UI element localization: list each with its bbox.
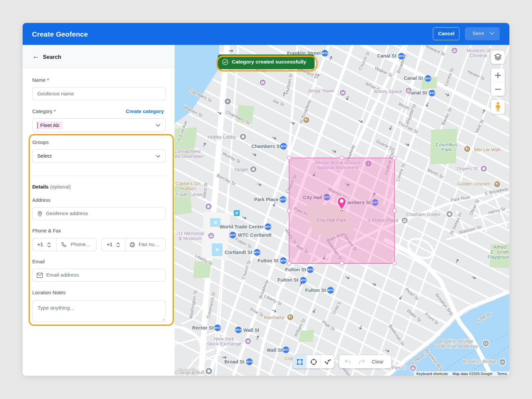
svg-text:MTA: MTA [281,145,287,148]
svg-text:MTA: MTA [307,268,313,271]
svg-text:Chinese: Chinese [469,53,487,58]
svg-text:Columbus: Columbus [436,142,457,147]
svg-text:MTA: MTA [254,251,260,254]
svg-text:Trade Center: Trade Center [176,192,204,197]
svg-text:MTA: MTA [429,91,435,95]
svg-text:MTA: MTA [280,198,286,201]
svg-text:Pier 17: Pier 17 [392,365,407,370]
svg-text:MTA: MTA [283,348,289,351]
svg-text:P: P [235,211,238,216]
svg-text:Cro: Cro [285,356,292,361]
svg-text:MTA: MTA [265,225,271,228]
svg-text:Fulton St: Fulton St [305,288,326,293]
svg-text:MTA: MTA [322,52,328,55]
svg-text:World Trade Center: World Trade Center [219,224,264,229]
svg-text:Park: Park [442,147,452,152]
svg-text:Stock Exchange: Stock Exchange [207,341,242,346]
svg-text:Pedestrian Walkway: Pedestrian Walkway [435,343,478,349]
svg-text:Hudson: Hudson [180,186,196,191]
svg-text:New York: New York [214,336,234,341]
svg-text:Artists Space: Artists Space [374,89,402,94]
svg-text:Chatham Green: Chatham Green [406,212,440,217]
svg-text:Doyers St: Doyers St [457,166,478,171]
svg-text:Golden Unicorn: Golden Unicorn [457,181,491,187]
svg-text:Conrad New: Conrad New [175,149,201,154]
svg-text:Fulton St: Fulton St [285,267,306,272]
svg-text:Brooklyn Bridge: Brooklyn Bridge [463,359,496,364]
svg-text:Brooklyn Bridge: Brooklyn Bridge [439,338,473,344]
svg-text:Alfred: Alfred [493,244,506,250]
svg-text:MTA: MTA [246,360,252,363]
svg-text:York Downtown: York Downtown [175,154,204,159]
svg-text:Playground: Playground [487,254,509,260]
svg-text:Mei Lai Wah: Mei Lai Wah [474,147,501,152]
svg-text:Hobby Lobby: Hobby Lobby [207,134,236,140]
svg-text:Cortlandt St: Cortlandt St [225,250,252,255]
svg-text:MTA: MTA [300,279,306,282]
svg-text:/11 Memorial: /11 Memorial [177,231,204,236]
svg-text:Jenga Tower: Jenga Tower [307,88,334,93]
svg-text:Canal St: Canal St [377,53,396,59]
svg-text:Rector St: Rector St [192,325,214,331]
svg-text:Clarke's On: Clarke's On [175,181,200,186]
svg-text:Park Place: Park Place [254,197,278,202]
svg-text:E. Smith: E. Smith [491,249,509,255]
svg-text:Wall St: Wall St [267,347,283,353]
svg-text:WTC Cortlandt: WTC Cortlandt [238,232,272,238]
svg-text:MTA: MTA [214,326,220,330]
svg-text:Fulton St: Fulton St [278,277,299,283]
svg-text:Chambers St: Chambers St [251,144,281,149]
svg-text:Canal St: Canal St [404,75,423,81]
svg-text:MTA: MTA [425,77,431,80]
svg-text:MTA: MTA [328,289,333,292]
svg-text:MTA: MTA [235,328,241,332]
svg-text:MTA: MTA [398,55,404,58]
svg-text:Manhatta: Manhatta [264,315,284,320]
svg-text:MTA: MTA [230,233,236,237]
svg-text:Broad St: Broad St [224,359,245,364]
svg-text:Fulton St: Fulton St [258,258,279,263]
svg-text:& Museum: & Museum [179,236,201,241]
svg-text:Museum of: Museum of [466,48,491,53]
svg-text:MTA: MTA [280,259,286,262]
svg-text:Wall St: Wall St [243,328,259,333]
svg-text:Target: Target [234,167,248,172]
